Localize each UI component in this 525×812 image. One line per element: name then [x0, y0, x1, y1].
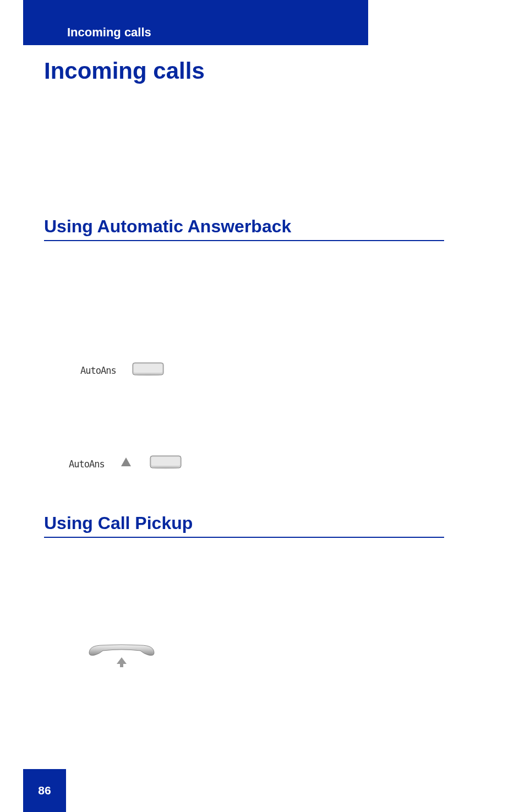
svg-rect-1	[134, 364, 162, 373]
indicator-icon	[120, 456, 132, 467]
section-heading-answerback: Using Automatic Answerback	[44, 216, 444, 241]
section-heading-pickup: Using Call Pickup	[44, 513, 444, 538]
svg-rect-4	[151, 457, 180, 466]
autoans-label-1: AutoAns	[80, 365, 116, 376]
page-number-box: 86	[23, 769, 66, 812]
page-number: 86	[38, 784, 51, 797]
svg-point-2	[134, 374, 162, 376]
page-header-bar: Incoming calls	[23, 0, 368, 45]
handset-lift-icon	[84, 643, 160, 668]
svg-point-5	[151, 467, 180, 469]
soft-key-button-icon	[132, 362, 164, 377]
page-title: Incoming calls	[44, 58, 205, 84]
soft-key-button-icon	[150, 455, 182, 470]
breadcrumb: Incoming calls	[67, 25, 151, 40]
autoans-label-2: AutoAns	[69, 459, 105, 470]
